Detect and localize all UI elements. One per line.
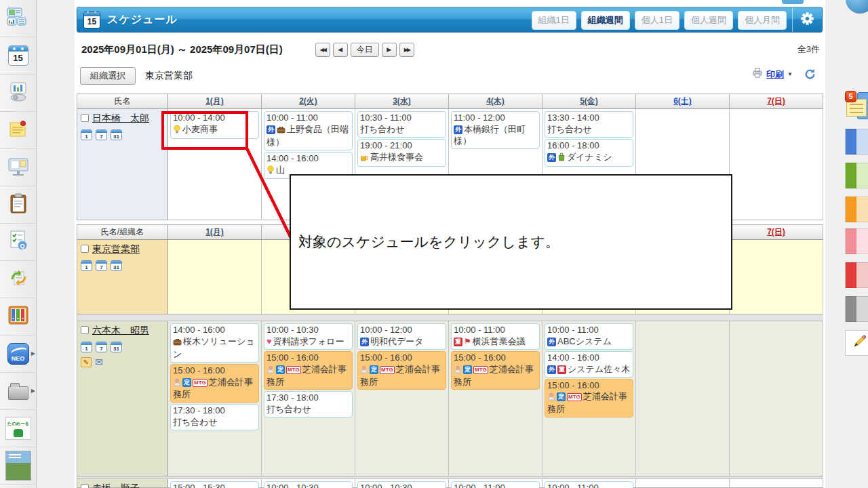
sidebar-item-memo-note[interactable] [0, 112, 36, 149]
day-cell[interactable] [636, 479, 730, 488]
view-tab-組織週間[interactable]: 組織週間 [581, 11, 630, 30]
memo-icon[interactable]: ✎ [81, 357, 92, 367]
sidebar-item-checklist-search[interactable]: Q [0, 224, 36, 261]
schedule-event[interactable]: 15:00 - 16:00定MTG芝浦会計事務所 [170, 364, 259, 403]
view-tab-個人1日[interactable]: 個人1日 [635, 11, 679, 30]
schedule-event[interactable]: 15:00 - 15:30 [170, 481, 259, 488]
print-dropdown-caret[interactable]: ▼ [787, 71, 793, 77]
day-cell[interactable] [730, 240, 823, 314]
month-view-icon[interactable]: 31 [111, 260, 122, 271]
day-cell[interactable]: 10:00 - 11:00外ABCシステム14:00 - 16:00外重システム… [542, 321, 636, 476]
day-header-link[interactable]: 7(日) [767, 226, 785, 238]
day-header-link[interactable]: 1(月) [205, 96, 224, 107]
prev-week-button[interactable]: ◀◀ [315, 43, 330, 57]
schedule-label-green-button[interactable] [845, 163, 868, 188]
schedule-event[interactable]: 11:00 - 12:00外本橋銀行（田町様） [451, 111, 540, 149]
schedule-event[interactable]: 17:30 - 18:00打ち合わせ [264, 391, 353, 418]
next-day-button[interactable]: ▶ [382, 43, 397, 57]
settings-button[interactable] [792, 7, 822, 32]
sidebar-item-portal[interactable] [0, 0, 36, 37]
member-name-link[interactable]: 日本橋 太郎 [92, 113, 149, 123]
day-view-icon[interactable]: 1 [81, 129, 92, 140]
day-header-link[interactable]: 7(日) [767, 96, 785, 107]
day-cell[interactable]: 14:00 - 16:00桜木ソリューション15:00 - 16:00定MTG芝… [168, 321, 262, 476]
sidebar-item-folder[interactable]: ▶ [0, 373, 36, 410]
week-view-icon[interactable]: 7 [96, 129, 107, 140]
day-header-link[interactable]: 2(火) [299, 96, 317, 107]
schedule-label-orange-button[interactable] [845, 197, 868, 222]
day-cell[interactable]: 10:00 - 12:00外明和代データ15:00 - 16:00定MTG芝浦会… [355, 321, 449, 476]
day-cell[interactable]: 10:00 - 10:30 [262, 479, 355, 488]
sidebar-item-banner[interactable] [0, 447, 36, 485]
day-cell[interactable]: 10:00 - 11:00重⚑横浜営業会議15:00 - 16:00定MTG芝浦… [449, 321, 542, 476]
schedule-label-pink-button[interactable] [845, 228, 868, 254]
next-week-button[interactable]: ▶▶ [399, 43, 414, 57]
schedule-event[interactable]: 15:00 - 16:00定MTG芝浦会計事務所 [357, 351, 446, 390]
sidebar-item-facility-reservation[interactable] [0, 75, 36, 112]
month-view-icon[interactable]: 31 [111, 129, 122, 140]
schedule-event[interactable]: 17:30 - 18:00打ち合わせ [170, 404, 259, 430]
prev-day-button[interactable]: ◀ [333, 43, 348, 57]
member-checkbox[interactable] [81, 326, 89, 334]
day-cell[interactable] [730, 321, 823, 476]
day-cell[interactable]: 10:00 - 10:30 [355, 479, 449, 488]
schedule-label-blue-button[interactable] [845, 129, 868, 155]
schedule-event[interactable]: 10:00 - 11:00 [451, 481, 540, 488]
view-tab-個人週間[interactable]: 個人週間 [684, 11, 733, 30]
sidebar-item-tanomail[interactable]: たのめーる [0, 410, 36, 447]
schedule-event[interactable]: 10:00 - 11:00外ABCシステム [545, 323, 633, 350]
day-cell[interactable] [636, 321, 730, 476]
schedule-event[interactable]: 10:00 - 11:00外上野食品（田端様） [264, 111, 353, 150]
sidebar-item-workflow[interactable] [0, 261, 36, 298]
schedule-event[interactable]: 13:30 - 14:00打ち合わせ [545, 111, 633, 138]
schedule-event[interactable]: 15:00 - 16:00定MTG芝浦会計事務所 [545, 379, 633, 418]
schedule-event[interactable]: 10:00 - 10:30 [264, 481, 353, 488]
edit-pencil-button[interactable] [845, 330, 868, 356]
day-header-link[interactable]: 1(月) [205, 226, 224, 238]
member-name-link[interactable]: 六本木 昭男 [92, 325, 149, 336]
schedule-label-red-button[interactable] [845, 262, 868, 288]
day-cell[interactable]: 10:00 - 14:00小麦商事 [168, 109, 262, 220]
week-view-icon[interactable]: 7 [96, 342, 107, 352]
notification-memo-button[interactable]: 5 [845, 91, 868, 123]
schedule-event[interactable]: 10:00 - 11:00重⚑横浜営業会議 [451, 323, 540, 350]
schedule-label-gray-button[interactable] [845, 296, 868, 322]
day-cell[interactable] [168, 240, 262, 314]
refresh-button[interactable] [804, 68, 816, 80]
print-link[interactable]: 印刷 [766, 68, 784, 81]
schedule-event[interactable]: 10:00 - 10:30 [357, 481, 446, 488]
day-cell[interactable]: 15:00 - 15:30 [168, 479, 262, 488]
view-tab-個人月間[interactable]: 個人月間 [738, 11, 787, 30]
expander-arrow-icon[interactable]: ▶ [31, 388, 35, 394]
schedule-event[interactable]: 16:00 - 18:00外ダイナミシ [545, 139, 633, 167]
schedule-event[interactable]: 10:00 - 14:00小麦商事 [170, 111, 259, 139]
member-name-link[interactable]: 東京営業部 [92, 243, 140, 254]
schedule-event[interactable]: 14:00 - 16:00外重システム佐々木 [545, 351, 633, 378]
today-button[interactable]: 今日 [351, 43, 379, 57]
member-checkbox[interactable] [81, 114, 89, 122]
schedule-event[interactable]: 19:00 - 21:00高井様食事会 [357, 139, 446, 167]
sidebar-item-neo[interactable]: NEO▶ [0, 336, 36, 373]
sidebar-item-cabinet[interactable] [0, 298, 36, 336]
month-view-icon[interactable]: 31 [111, 342, 122, 352]
day-header-link[interactable]: 6(土) [673, 96, 692, 107]
day-cell[interactable] [730, 109, 823, 220]
schedule-event[interactable]: 10:00 - 11:00 [545, 481, 633, 488]
sidebar-item-clipboard[interactable] [0, 186, 36, 224]
view-tab-組織1日[interactable]: 組織1日 [532, 11, 576, 30]
schedule-event[interactable]: 10:30 - 11:00打ち合わせ [357, 111, 446, 138]
sidebar-item-bulletin-board[interactable] [0, 149, 36, 186]
schedule-event[interactable]: 10:00 - 12:00外明和代データ [357, 323, 446, 350]
day-header-link[interactable]: 5(金) [580, 96, 598, 107]
day-cell[interactable]: 10:00 - 11:00 [449, 479, 542, 488]
schedule-event[interactable]: 14:00 - 16:00桜木ソリューション [170, 323, 259, 363]
sidebar-item-schedule[interactable]: 15 [0, 37, 36, 75]
schedule-event[interactable]: 10:00 - 10:30♥資料請求フォロー [264, 323, 353, 350]
member-checkbox[interactable] [81, 245, 89, 253]
member-name-link[interactable]: 赤坂 順子 [92, 483, 140, 488]
day-header-link[interactable]: 3(水) [393, 96, 411, 107]
schedule-event[interactable]: 15:00 - 16:00定MTG芝浦会計事務所 [451, 351, 540, 390]
org-select-button[interactable]: 組織選択 [80, 67, 136, 85]
member-checkbox[interactable] [81, 484, 89, 488]
day-cell[interactable]: 10:00 - 11:00 [542, 479, 636, 488]
